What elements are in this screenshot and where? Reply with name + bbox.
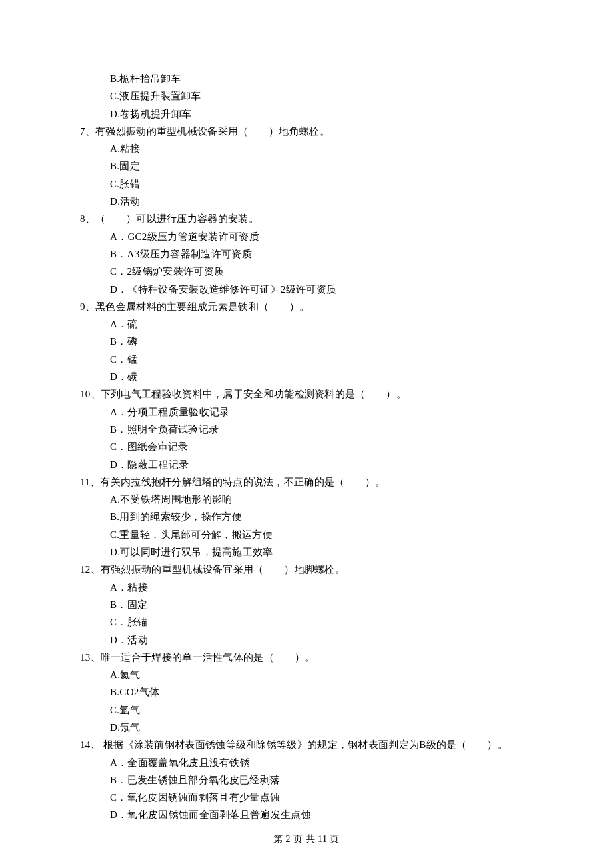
option-line: A．硫 [80,315,533,333]
option-line: A.粘接 [80,140,533,157]
question-stem: 13、唯一适合于焊接的单一活性气体的是（ ）。 [80,649,533,666]
question-stem: 8、（ ）可以进行压力容器的安装。 [80,210,533,227]
option-line: D．《特种设备安装改造维修许可证》2级许可资质 [80,281,533,298]
option-line: A．分项工程质量验收记录 [80,403,533,421]
option-line: C．2级锅炉安装许可资质 [80,263,533,280]
option-line: C.胀错 [80,175,533,193]
option-line: D.卷扬机提升卸车 [80,105,533,123]
option-line: D．氧化皮因锈蚀而全面剥落且普遍发生点蚀 [80,806,533,823]
option-line: B.用到的绳索较少，操作方便 [80,508,533,525]
question-stem: 11、有关内拉线抱杆分解组塔的特点的说法，不正确的是（ ）。 [80,473,533,491]
option-line: C．胀锚 [80,613,533,631]
question-stem: 7、有强烈振动的重型机械设备采用（ ）地角螺栓。 [80,123,533,140]
question-stem: 9、黑色金属材料的主要组成元素是铁和（ ）。 [80,298,533,315]
option-line: B.桅杆抬吊卸车 [80,70,533,87]
question-stem: 14、 根据《涂装前钢材表面锈蚀等级和除锈等级》的规定，钢材表面判定为B级的是（… [80,736,533,753]
option-line: A.不受铁塔周围地形的影响 [80,491,533,508]
option-line: C.氩气 [80,701,533,719]
option-line: D.可以同时进行双吊，提高施工效率 [80,543,533,561]
option-line: D.氖气 [80,719,533,736]
option-line: C.液压提升装置卸车 [80,87,533,105]
option-line: A．粘接 [80,579,533,596]
option-line: A．全面覆盖氧化皮且没有铁锈 [80,754,533,771]
option-line: C.重量轻，头尾部可分解，搬运方便 [80,526,533,543]
option-line: B.CO2气体 [80,683,533,701]
page-footer: 第 2 页 共 11 页 [0,833,613,845]
option-line: A．GC2级压力管道安装许可资质 [80,228,533,245]
option-line: B．固定 [80,596,533,613]
option-line: D．活动 [80,631,533,649]
option-line: A.氦气 [80,666,533,683]
option-line: D.活动 [80,193,533,210]
option-line: C．锰 [80,351,533,368]
option-line: B．磷 [80,333,533,350]
question-stem: 10、下列电气工程验收资料中，属于安全和功能检测资料的是（ ）。 [80,385,533,403]
option-line: B．已发生锈蚀且部分氧化皮已经剥落 [80,771,533,789]
option-line: C．氧化皮因锈蚀而剥落且有少量点蚀 [80,789,533,806]
document-page: B.桅杆抬吊卸车 C.液压提升装置卸车 D.卷扬机提升卸车 7、有强烈振动的重型… [0,0,613,868]
option-line: B.固定 [80,157,533,175]
option-line: D．隐蔽工程记录 [80,456,533,473]
question-stem: 12、有强烈振动的重型机械设备宜采用（ ）地脚螺栓。 [80,561,533,578]
option-line: C．图纸会审记录 [80,438,533,455]
option-line: B．照明全负荷试验记录 [80,421,533,438]
option-line: B．A3级压力容器制造许可资质 [80,245,533,263]
option-line: D．碳 [80,368,533,385]
